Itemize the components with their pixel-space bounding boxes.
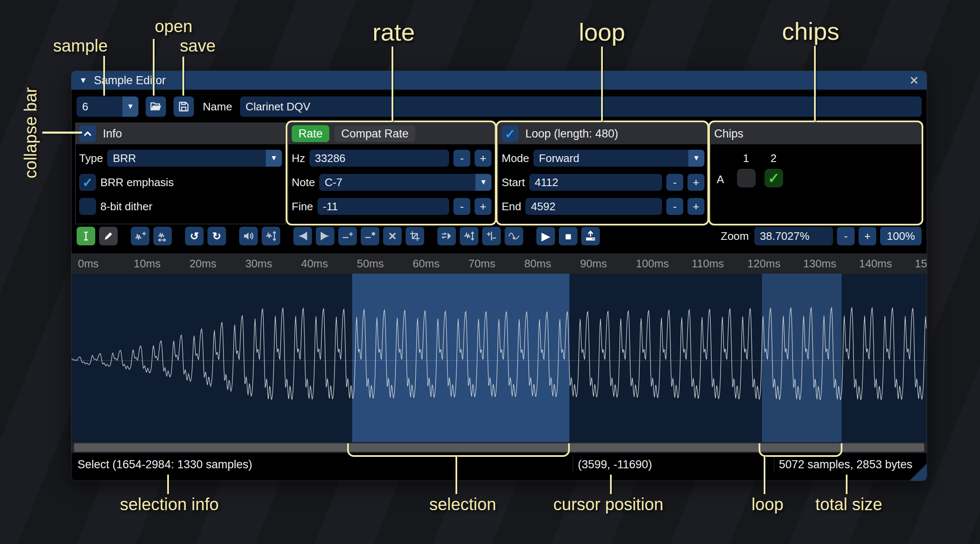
- apply-silence-button[interactable]: [361, 227, 379, 245]
- draw-mode-button[interactable]: [99, 227, 118, 245]
- status-bar: Select (1654-2984: 1330 samples) (3599, …: [72, 453, 927, 481]
- loop-enable-checkbox[interactable]: ✓: [502, 125, 519, 142]
- chips-panel: Chips 1 2 A ✓: [710, 123, 922, 224]
- annotation-open: open: [155, 17, 193, 36]
- hz-row: Hz 33286 - +: [288, 150, 495, 167]
- loop-start-minus-button[interactable]: -: [666, 174, 683, 191]
- close-icon[interactable]: ✕: [909, 74, 919, 88]
- loop-panel-title: Loop (length: 480): [525, 127, 618, 140]
- annotation-collapse-bar: collapse bar: [21, 87, 40, 179]
- resize-grip[interactable]: [910, 464, 927, 481]
- loop-panel-header: ✓ Loop (length: 480): [498, 123, 708, 144]
- hz-plus-button[interactable]: +: [475, 150, 491, 167]
- annotation-selection-info: selection info: [120, 495, 218, 514]
- fade-out-button[interactable]: [316, 227, 334, 245]
- waveform-view[interactable]: [72, 274, 927, 442]
- sample-number-select[interactable]: 6 ▼: [77, 96, 138, 117]
- type-label: Type: [79, 152, 103, 165]
- cursor-position-text: (3599, -11690): [578, 458, 652, 471]
- invert-button[interactable]: [460, 227, 478, 245]
- annotation-save: save: [180, 36, 216, 55]
- chip-2-checkbox[interactable]: ✓: [765, 169, 783, 187]
- wave-flip-icon: [463, 230, 475, 242]
- normalize-button[interactable]: [262, 227, 280, 245]
- annotation-chips: chips: [782, 17, 839, 45]
- resize-button[interactable]: [131, 227, 149, 245]
- filter-button[interactable]: [505, 227, 523, 245]
- waveform-line: [72, 308, 926, 400]
- undo-button[interactable]: ↺: [185, 227, 204, 245]
- note-select[interactable]: C-7 ▼: [319, 174, 491, 191]
- brr-emphasis-label: BRR emphasis: [100, 176, 174, 189]
- fine-plus-button[interactable]: +: [475, 198, 491, 215]
- stop-button[interactable]: ■: [559, 227, 577, 245]
- chevron-down-icon[interactable]: ▼: [122, 96, 138, 117]
- loop-start-input[interactable]: 4112: [529, 174, 662, 191]
- brr-emphasis-checkbox[interactable]: ✓: [79, 174, 96, 191]
- chevron-down-icon[interactable]: ▼: [266, 150, 282, 167]
- chip-1-checkbox[interactable]: [737, 169, 756, 187]
- fine-minus-button[interactable]: -: [453, 198, 470, 215]
- hz-minus-button[interactable]: -: [453, 150, 470, 167]
- ruler-tick-label: 50ms: [357, 257, 384, 270]
- fade-in-icon: [297, 230, 309, 242]
- ibeam-cursor-icon: [80, 230, 92, 242]
- annotation-line-cursor-position: [610, 475, 612, 494]
- sample-name-input[interactable]: Clarinet DQV: [240, 96, 922, 117]
- zoom-reset-button[interactable]: 100%: [880, 227, 922, 245]
- edit-mode-button[interactable]: [77, 227, 95, 245]
- zoom-input[interactable]: 38.7027%: [754, 227, 833, 245]
- open-sample-button[interactable]: [146, 96, 166, 117]
- ruler-tick-label: 90ms: [580, 257, 607, 270]
- info-panel-title: Info: [103, 127, 122, 140]
- title-bar[interactable]: ▼ Sample Editor ✕: [72, 71, 927, 90]
- note-value: C-7: [325, 176, 342, 189]
- resample-button[interactable]: [153, 227, 172, 245]
- waveform-plot: [72, 274, 927, 442]
- scrollbar-handle[interactable]: [74, 443, 924, 452]
- insert-silence-button[interactable]: [338, 227, 357, 245]
- zoom-in-button[interactable]: +: [859, 227, 876, 245]
- save-sample-button[interactable]: [174, 96, 194, 117]
- tab-compat-rate[interactable]: Compat Rate: [334, 125, 415, 142]
- annotation-line-selection-info: [167, 475, 169, 494]
- timeline-ruler[interactable]: 0ms10ms20ms30ms40ms50ms60ms70ms80ms90ms1…: [72, 253, 927, 274]
- zoom-controls: Zoom 38.7027% - + 100%: [721, 227, 922, 245]
- hz-input[interactable]: 33286: [309, 150, 449, 167]
- loop-start-label: Start: [502, 176, 525, 189]
- status-divider: [774, 456, 774, 473]
- annotation-total-size: total size: [815, 495, 882, 514]
- type-select[interactable]: BRR ▼: [107, 150, 282, 167]
- trim-button[interactable]: [406, 227, 424, 245]
- play-button[interactable]: ▶: [536, 227, 555, 245]
- loop-end-row: End 4592 - +: [498, 198, 708, 215]
- annotation-selection: selection: [429, 495, 496, 514]
- ruler-tick-label: 130ms: [803, 257, 836, 270]
- signed-unsigned-button[interactable]: [482, 227, 501, 245]
- loop-mode-select[interactable]: Forward ▼: [533, 150, 704, 167]
- delete-selection-button[interactable]: ✕: [383, 227, 402, 245]
- sample-toolbar: ↺ ↻ ✕ ▶ ■ Zoom 38.7027% - + 100%: [77, 226, 922, 246]
- annotation-line-total-size: [846, 475, 847, 494]
- loop-end-minus-button[interactable]: -: [666, 198, 683, 215]
- fade-in-button[interactable]: [293, 227, 312, 245]
- ruler-tick-label: 80ms: [524, 257, 551, 270]
- loop-start-plus-button[interactable]: +: [687, 174, 704, 191]
- zoom-out-button[interactable]: -: [837, 227, 855, 245]
- annotation-line-chips: [814, 46, 816, 121]
- window-collapse-icon[interactable]: ▼: [79, 76, 87, 85]
- fine-input[interactable]: -11: [317, 198, 449, 215]
- horizontal-scrollbar[interactable]: [72, 442, 927, 453]
- status-divider: [573, 456, 573, 473]
- chevron-down-icon[interactable]: ▼: [475, 174, 491, 191]
- chevron-down-icon[interactable]: ▼: [688, 150, 704, 167]
- reverse-button[interactable]: [437, 227, 456, 245]
- amplify-button[interactable]: [239, 227, 258, 245]
- redo-button[interactable]: ↻: [207, 227, 226, 245]
- dither-checkbox[interactable]: [79, 198, 96, 215]
- collapse-bar-button[interactable]: [79, 125, 96, 142]
- upload-button[interactable]: [581, 227, 600, 245]
- tab-rate[interactable]: Rate: [292, 125, 329, 142]
- loop-end-plus-button[interactable]: +: [687, 198, 704, 215]
- loop-end-input[interactable]: 4592: [525, 198, 662, 215]
